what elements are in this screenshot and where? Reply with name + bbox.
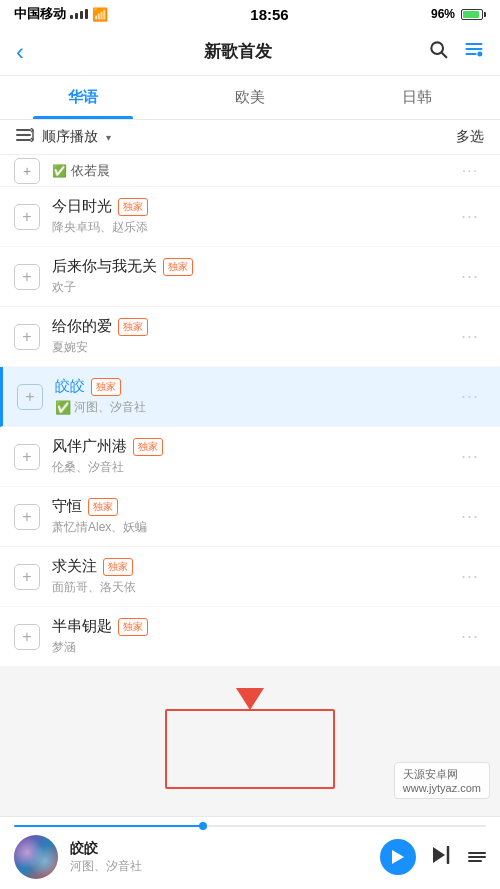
song-title: 风伴广州港 bbox=[52, 437, 127, 456]
song-info: 风伴广州港 独家 伦桑、汐音社 bbox=[52, 437, 454, 476]
status-left: 中国移动 📶 bbox=[14, 5, 108, 23]
song-info: 给你的爱 独家 夏婉安 bbox=[52, 317, 454, 356]
watermark-text: 天源安卓网 bbox=[403, 767, 481, 782]
song-title: 守恒 bbox=[52, 497, 82, 516]
add-button[interactable]: + bbox=[14, 264, 40, 290]
page-title: 新歌首发 bbox=[48, 40, 428, 63]
add-button[interactable]: + bbox=[14, 324, 40, 350]
multi-select-button[interactable]: 多选 bbox=[456, 128, 484, 146]
artist-name: 降央卓玛、赵乐添 bbox=[52, 219, 148, 236]
add-button[interactable]: + bbox=[14, 158, 40, 184]
list-item: + 半串钥匙 独家 梦涵 ··· bbox=[0, 607, 500, 667]
song-list: + ✅ 依若晨 ··· + 今日时光 独家 降央卓玛、赵乐添 ··· bbox=[0, 155, 500, 667]
song-title: 皎皎 bbox=[55, 377, 85, 396]
list-item: + 给你的爱 独家 夏婉安 ··· bbox=[0, 307, 500, 367]
battery-percent: 96% bbox=[431, 7, 455, 21]
more-button[interactable]: ··· bbox=[454, 321, 486, 353]
svg-line-1 bbox=[442, 53, 447, 58]
watermark-url: www.jytyaz.com bbox=[403, 782, 481, 794]
song-title: 给你的爱 bbox=[52, 317, 112, 336]
tab-japanese[interactable]: 日韩 bbox=[333, 76, 500, 119]
verified-icon: ✅ bbox=[52, 164, 67, 178]
more-button[interactable]: ··· bbox=[454, 561, 486, 593]
artist-name: 依若晨 bbox=[71, 162, 110, 180]
more-button[interactable]: ··· bbox=[454, 155, 486, 187]
status-bar: 中国移动 📶 18:56 96% bbox=[0, 0, 500, 28]
player-title: 皎皎 bbox=[70, 840, 368, 858]
artist-name: 梦涵 bbox=[52, 639, 76, 656]
song-info: ✅ 依若晨 bbox=[52, 162, 454, 180]
player-progress-bar[interactable] bbox=[14, 825, 486, 827]
list-item: + 风伴广州港 独家 伦桑、汐音社 ··· bbox=[0, 427, 500, 487]
toolbar: 顺序播放 ▾ 多选 bbox=[0, 120, 500, 155]
exclusive-badge: 独家 bbox=[163, 258, 193, 276]
sort-dropdown-icon: ▾ bbox=[106, 132, 111, 143]
list-item: + 今日时光 独家 降央卓玛、赵乐添 ··· bbox=[0, 187, 500, 247]
exclusive-badge: 独家 bbox=[118, 198, 148, 216]
svg-point-5 bbox=[477, 52, 482, 57]
more-button[interactable]: ··· bbox=[454, 621, 486, 653]
more-button[interactable]: ··· bbox=[454, 381, 486, 413]
sort-control[interactable]: 顺序播放 ▾ bbox=[16, 128, 111, 146]
player-avatar[interactable] bbox=[14, 835, 58, 879]
tab-chinese[interactable]: 华语 bbox=[0, 76, 167, 119]
song-info: 后来你与我无关 独家 欢子 bbox=[52, 257, 454, 296]
menu-icon[interactable] bbox=[464, 39, 484, 64]
artist-name: 欢子 bbox=[52, 279, 76, 296]
artist-name: 伦桑、汐音社 bbox=[52, 459, 124, 476]
list-item: + 求关注 独家 面筋哥、洛天依 ··· bbox=[0, 547, 500, 607]
carrier-text: 中国移动 bbox=[14, 5, 66, 23]
song-info: 皎皎 独家 ✅ 河图、汐音社 bbox=[55, 377, 454, 416]
wifi-icon: 📶 bbox=[92, 7, 108, 22]
more-button[interactable]: ··· bbox=[454, 501, 486, 533]
exclusive-badge: 独家 bbox=[103, 558, 133, 576]
player-controls bbox=[380, 839, 486, 875]
song-info: 半串钥匙 独家 梦涵 bbox=[52, 617, 454, 656]
watermark: 天源安卓网 www.jytyaz.com bbox=[394, 762, 490, 799]
play-button[interactable] bbox=[380, 839, 416, 875]
exclusive-badge: 独家 bbox=[88, 498, 118, 516]
sort-icon bbox=[16, 128, 34, 146]
player-artist: 河图、汐音社 bbox=[70, 858, 368, 875]
artist-name: 河图、汐音社 bbox=[74, 399, 146, 416]
song-title: 后来你与我无关 bbox=[52, 257, 157, 276]
tab-western[interactable]: 欧美 bbox=[167, 76, 334, 119]
song-title: 今日时光 bbox=[52, 197, 112, 216]
more-button[interactable]: ··· bbox=[454, 201, 486, 233]
add-button[interactable]: + bbox=[14, 204, 40, 230]
add-button[interactable]: + bbox=[14, 624, 40, 650]
playlist-button[interactable] bbox=[468, 852, 486, 862]
player-progress-dot bbox=[199, 822, 207, 830]
next-button[interactable] bbox=[432, 846, 452, 869]
add-button[interactable]: + bbox=[14, 504, 40, 530]
status-time: 18:56 bbox=[250, 6, 288, 23]
song-info: 守恒 独家 萧忆情Alex、妖蝙 bbox=[52, 497, 454, 536]
svg-marker-11 bbox=[433, 847, 445, 863]
list-item: + 守恒 独家 萧忆情Alex、妖蝙 ··· bbox=[0, 487, 500, 547]
svg-marker-10 bbox=[392, 850, 404, 864]
verified-icon: ✅ bbox=[55, 400, 71, 415]
song-info: 今日时光 独家 降央卓玛、赵乐添 bbox=[52, 197, 454, 236]
artist-name: 萧忆情Alex、妖蝙 bbox=[52, 519, 147, 536]
player-progress-fill bbox=[14, 825, 203, 827]
more-button[interactable]: ··· bbox=[454, 441, 486, 473]
status-right: 96% bbox=[431, 7, 486, 21]
exclusive-badge: 独家 bbox=[118, 618, 148, 636]
song-info: 求关注 独家 面筋哥、洛天依 bbox=[52, 557, 454, 596]
add-button[interactable]: + bbox=[14, 564, 40, 590]
more-button[interactable]: ··· bbox=[454, 261, 486, 293]
song-title: 求关注 bbox=[52, 557, 97, 576]
back-button[interactable]: ‹ bbox=[16, 38, 48, 66]
signal-icon bbox=[70, 9, 88, 19]
add-button[interactable]: + bbox=[17, 384, 43, 410]
artist-name: 面筋哥、洛天依 bbox=[52, 579, 136, 596]
exclusive-badge: 独家 bbox=[118, 318, 148, 336]
artist-name: 夏婉安 bbox=[52, 339, 88, 356]
player-info: 皎皎 河图、汐音社 bbox=[70, 840, 368, 875]
tabs: 华语 欧美 日韩 bbox=[0, 76, 500, 120]
exclusive-badge: 独家 bbox=[91, 378, 121, 396]
header-icons bbox=[428, 39, 484, 64]
exclusive-badge: 独家 bbox=[133, 438, 163, 456]
add-button[interactable]: + bbox=[14, 444, 40, 470]
search-icon[interactable] bbox=[428, 39, 448, 64]
